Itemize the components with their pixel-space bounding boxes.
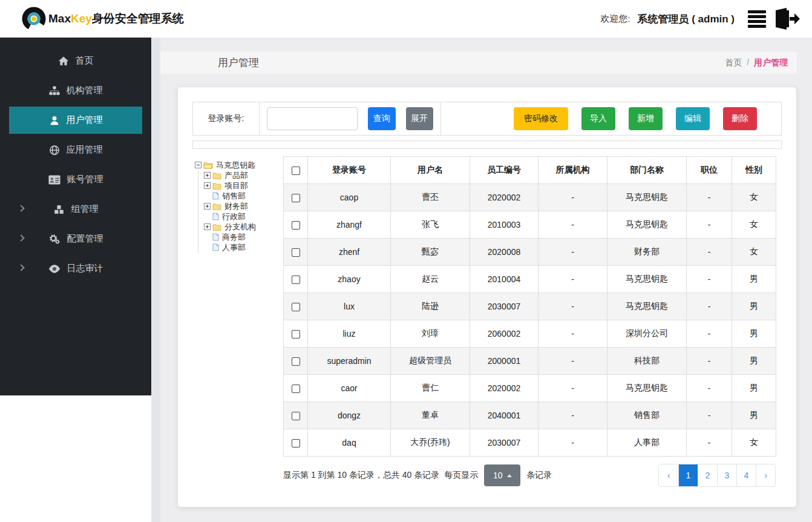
tree-node[interactable]: 项目部 [204,180,283,191]
tree-node-label[interactable]: 销售部 [221,191,246,202]
breadcrumb-separator: / [747,58,749,67]
sidebar-item-label: 机构管理 [67,85,103,96]
sidebar: 首页 机构管理 用户管理 应用管理 [0,38,151,395]
folder-icon [212,203,221,210]
table-row[interactable]: caor曹仁 2020002- 马克思钥匙- 男 [284,375,776,402]
navbar-right: 欢迎您: 系统管理员 ( admin ) [600,7,800,31]
row-checkbox[interactable] [292,276,300,284]
table-row[interactable]: liuz刘璋 2060002- 深圳分公司- 男 [284,320,776,348]
page-size-dropdown[interactable]: 10 [484,464,520,486]
sidebar-item-org[interactable]: 机构管理 [9,77,142,104]
expand-icon[interactable] [204,223,211,230]
row-checkbox[interactable] [292,412,300,420]
tree-node-label[interactable]: 产品部 [223,170,248,181]
id-card-icon [48,174,61,185]
edit-button[interactable]: 编辑 [676,107,710,130]
tree-node[interactable]: 人事部 [204,242,283,253]
menu-toggle-icon[interactable] [748,10,766,28]
file-icon [212,243,219,251]
table-row[interactable]: zhenf甄宓 2020008- 财务部- 女 [284,239,776,266]
sidebar-item-label: 日志审计 [67,263,103,274]
add-button[interactable]: 新增 [629,107,663,130]
collapsed-filter-panel [192,140,782,149]
breadcrumb-home-link[interactable]: 首页 [725,58,742,67]
tree-node[interactable]: 分支机构 [204,222,283,232]
login-account-input[interactable] [267,107,358,130]
tree-node-label[interactable]: 行政部 [221,211,246,222]
sidebar-item-apps[interactable]: 应用管理 [9,136,142,164]
tree-node[interactable]: 产品部 [204,170,283,180]
sidebar-item-label: 账号管理 [67,174,103,185]
table-row[interactable]: zhaoy赵云 2010004- 马克思钥匙- 男 [284,266,776,293]
tree-node-label[interactable]: 商务部 [221,232,246,243]
query-button[interactable]: 查询 [368,107,396,130]
top-navbar: MaxKey身份安全管理系统 欢迎您: 系统管理员 ( admin ) [0,0,812,38]
tree-node-label[interactable]: 分支机构 [223,222,256,233]
pagination: ‹ 1 2 3 4 › [658,464,776,487]
row-checkbox[interactable] [292,221,300,230]
tree-node-root[interactable]: 马克思钥匙 [195,160,283,170]
tree-node-label[interactable]: 人事部 [221,242,246,253]
table-row[interactable]: lux陆逊 2030007- 马克思钥匙- 男 [284,293,776,320]
tree-node[interactable]: 商务部 [204,232,283,242]
expand-icon[interactable] [204,182,211,189]
main-content: 用户管理 首页 / 用户管理 登录账号: 查询 展开 密码修改 导入 新增 编辑… [151,38,812,522]
column-header: 部门名称 [607,157,687,184]
tree-node-label[interactable]: 马克思钥匙 [215,160,255,171]
page-4[interactable]: 4 [736,464,756,486]
brand[interactable]: MaxKey身份安全管理系统 [22,7,184,31]
sidebar-item-audit[interactable]: 日志审计 [9,255,142,282]
row-checkbox[interactable] [292,385,300,393]
tree-node-label[interactable]: 项目部 [223,180,248,191]
table-row[interactable]: zhangf张飞 2010003- 马克思钥匙- 女 [284,211,776,239]
page-1[interactable]: 1 [678,464,698,486]
row-checkbox[interactable] [292,357,300,366]
sidebar-item-config[interactable]: 配置管理 [9,225,142,253]
column-header: 登录账号 [308,157,391,184]
import-button[interactable]: 导入 [581,107,615,130]
search-controls: 查询 展开 [260,102,441,135]
select-all-checkbox[interactable] [292,167,300,175]
column-header: 性别 [732,157,776,184]
expand-button[interactable]: 展开 [406,107,434,130]
table-row[interactable]: caop曹丕 2020002- 马克思钥匙- 女 [284,184,776,211]
page-title: 用户管理 [218,56,259,70]
expand-icon[interactable] [204,203,211,210]
org-tree: 马克思钥匙 产品部 项目部 [192,156,283,487]
users-table: 登录账号 用户名 员工编号 所属机构 部门名称 职位 性别 caop曹丕 [283,156,776,457]
column-header: 用户名 [391,157,470,184]
page-3[interactable]: 3 [717,464,736,486]
page-2[interactable]: 2 [698,464,717,486]
collapse-icon[interactable] [195,162,201,168]
users-card: 登录账号: 查询 展开 密码修改 导入 新增 编辑 删除 [177,87,797,507]
tree-node-label[interactable]: 财务部 [223,201,248,212]
tree-node[interactable]: 行政部 [204,211,283,222]
row-checkbox[interactable] [292,439,300,448]
tree-node[interactable]: 财务部 [204,201,283,211]
sidebar-item-home[interactable]: 首页 [9,47,142,74]
table-row[interactable]: daq大乔(乔玮) 2030007- 人事部- 女 [284,429,776,457]
table-row[interactable]: dongz董卓 2040001- 销售部- 男 [284,402,776,429]
select-all-cell [284,157,308,184]
sidebar-item-label: 首页 [76,55,94,67]
sidebar-item-groups[interactable]: 组管理 [9,196,142,223]
row-checkbox[interactable] [292,248,300,257]
row-checkbox[interactable] [292,330,300,339]
sidebar-item-users[interactable]: 用户管理 [9,107,142,134]
delete-button[interactable]: 删除 [723,107,757,130]
eye-icon [48,263,61,274]
table-row[interactable]: superadmin超级管理员 2000001- 科技部- 男 [284,348,776,375]
tree-node[interactable]: 销售部 [204,191,283,201]
logout-icon[interactable] [773,7,800,31]
change-password-button[interactable]: 密码修改 [514,107,568,130]
row-checkbox[interactable] [292,194,300,202]
file-icon [212,233,219,241]
column-header: 员工编号 [470,157,539,184]
row-checkbox[interactable] [292,303,300,311]
sidebar-item-accounts[interactable]: 账号管理 [9,166,142,193]
chevron-right-icon [18,205,24,211]
page-prev[interactable]: ‹ [659,464,678,486]
page-next[interactable]: › [756,464,775,486]
per-page-label: 每页显示 [444,470,478,481]
expand-icon[interactable] [204,172,211,179]
